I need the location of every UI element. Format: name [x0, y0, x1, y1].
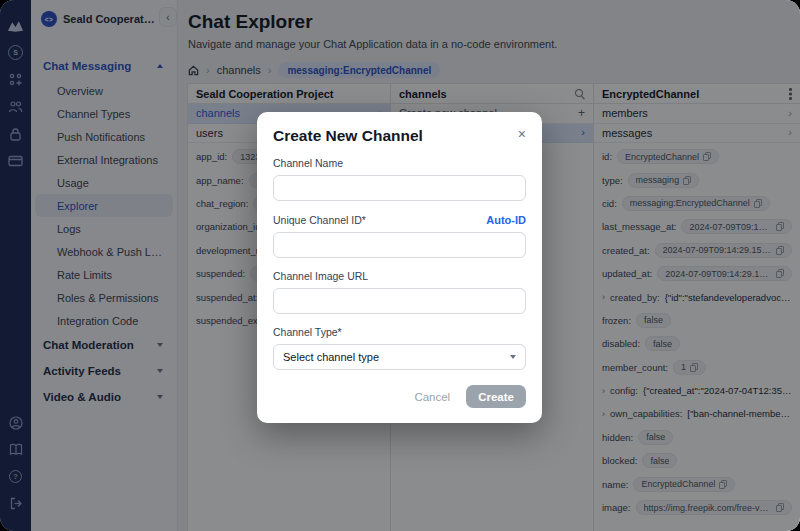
channel-name-label: Channel Name [273, 157, 526, 169]
channel-id-label: Unique Channel ID* [273, 214, 366, 226]
channel-type-select[interactable]: Select channel type [273, 344, 526, 370]
cancel-button[interactable]: Cancel [414, 391, 450, 403]
channel-image-input[interactable] [273, 288, 526, 314]
app-window: S [0, 0, 800, 531]
create-button[interactable]: Create [466, 385, 526, 408]
channel-id-input[interactable] [273, 232, 526, 258]
chevron-down-icon [510, 355, 516, 359]
channel-type-label: Channel Type* [273, 326, 526, 338]
channel-image-label: Channel Image URL [273, 270, 526, 282]
close-icon[interactable]: × [518, 127, 526, 141]
modal-title: Create New Channel [273, 127, 423, 145]
channel-name-input[interactable] [273, 175, 526, 201]
auto-id-link[interactable]: Auto-ID [486, 214, 526, 226]
create-channel-modal: Create New Channel × Channel Name Unique… [257, 112, 542, 423]
